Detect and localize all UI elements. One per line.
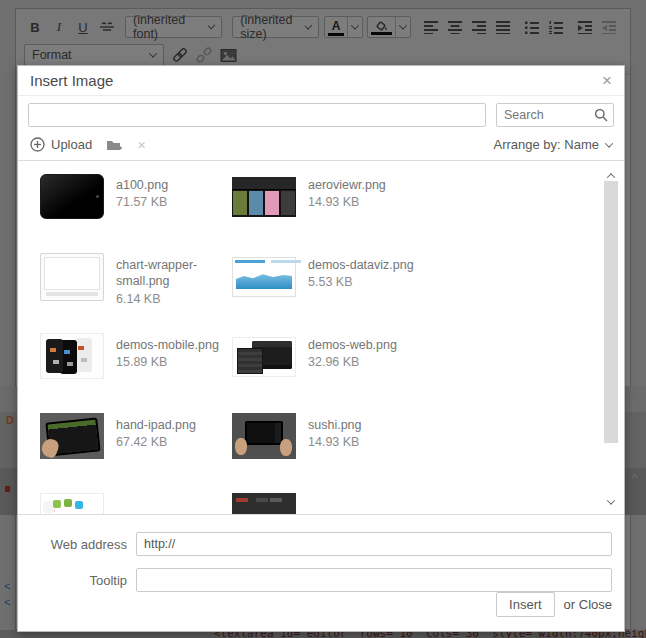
file-size: 6.14 KB — [116, 292, 224, 306]
file-meta: demos-mobile.png 15.89 KB — [116, 333, 219, 413]
insert-button[interactable]: Insert — [496, 592, 555, 617]
file-item[interactable]: demos-dataviz.png 5.53 KB — [232, 253, 424, 333]
file-item[interactable]: chart-wrapper-small.png 6.14 KB — [40, 253, 232, 333]
file-size: 67.42 KB — [116, 435, 196, 449]
file-size: 14.93 KB — [308, 195, 386, 209]
file-thumbnail — [40, 333, 104, 379]
dialog-title: Insert Image — [30, 72, 113, 89]
file-item[interactable]: demos-mobile.png 15.89 KB — [40, 333, 232, 413]
scroll-down-arrow[interactable] — [608, 493, 614, 508]
new-folder-icon — [106, 138, 123, 152]
file-size: 15.89 KB — [116, 355, 219, 369]
scrollbar-thumb[interactable] — [604, 181, 618, 443]
file-name: aeroviewr.png — [308, 177, 386, 193]
file-grid: a100.png 71.57 KB aeroviewr.png 14.93 KB… — [18, 161, 598, 514]
file-name: demos-dataviz.png — [308, 257, 414, 273]
file-name: a100.png — [116, 177, 168, 193]
tooltip-label: Tooltip — [30, 573, 136, 588]
file-thumbnail — [232, 177, 296, 217]
file-item[interactable]: demos-web.png 32.96 KB — [232, 333, 424, 413]
file-name-input[interactable] — [28, 103, 486, 127]
file-thumbnail — [232, 493, 296, 514]
chevron-down-icon — [605, 139, 613, 147]
search-icon — [594, 108, 608, 122]
file-thumbnail — [40, 174, 104, 219]
file-thumbnail — [232, 337, 296, 377]
file-thumbnail — [40, 253, 104, 301]
file-thumbnail — [40, 493, 104, 514]
file-name: demos-mobile.png — [116, 337, 219, 353]
web-address-label: Web address — [30, 537, 136, 552]
insert-image-dialog: Insert Image × Upload — [17, 65, 625, 632]
dialog-titlebar[interactable]: Insert Image × — [18, 66, 624, 96]
file-meta: a100.png 71.57 KB — [116, 173, 168, 253]
web-address-input[interactable] — [136, 532, 612, 556]
tooltip-input[interactable] — [136, 568, 612, 592]
upload-plus-icon — [30, 137, 45, 152]
file-name: chart-wrapper-small.png — [116, 257, 224, 290]
file-thumbnail — [232, 413, 296, 459]
file-item[interactable] — [232, 493, 424, 514]
upload-button[interactable]: Upload — [30, 137, 92, 152]
file-meta: aeroviewr.png 14.93 KB — [308, 173, 386, 253]
file-meta: demos-web.png 32.96 KB — [308, 333, 397, 413]
file-item[interactable]: a100.png 71.57 KB — [40, 173, 232, 253]
scroll-up-arrow[interactable] — [608, 167, 614, 182]
file-item[interactable]: aeroviewr.png 14.93 KB — [232, 173, 424, 253]
or-close-link[interactable]: or Close — [564, 597, 612, 612]
delete-file-button[interactable]: × — [137, 136, 146, 153]
close-icon[interactable]: × — [602, 72, 612, 89]
file-meta: chart-wrapper-small.png 6.14 KB — [116, 253, 224, 333]
filebrowser-toolbar: Upload × Arrange by: Name — [30, 136, 612, 153]
file-meta: demos-dataviz.png 5.53 KB — [308, 253, 414, 333]
file-item[interactable] — [40, 493, 232, 514]
file-meta: sushi.png 14.93 KB — [308, 413, 362, 493]
search-box — [496, 103, 614, 127]
arrange-by-dropdown[interactable]: Arrange by: Name — [494, 137, 613, 152]
arrange-by-label: Arrange by: Name — [494, 137, 600, 152]
upload-label: Upload — [51, 137, 92, 152]
file-item[interactable]: sushi.png 14.93 KB — [232, 413, 424, 493]
file-name: demos-web.png — [308, 337, 397, 353]
file-item[interactable]: hand-ipad.png 67.42 KB — [40, 413, 232, 493]
file-thumbnail — [40, 413, 104, 459]
list-scrollbar[interactable] — [603, 163, 620, 512]
file-size: 32.96 KB — [308, 355, 397, 369]
file-size: 71.57 KB — [116, 195, 168, 209]
file-thumbnail — [232, 257, 296, 297]
file-size: 5.53 KB — [308, 275, 414, 289]
file-name: sushi.png — [308, 417, 362, 433]
file-size: 14.93 KB — [308, 435, 362, 449]
page: B I U (inherited font) (inherited size) — [0, 0, 646, 638]
file-meta: hand-ipad.png 67.42 KB — [116, 413, 196, 493]
dialog-footer: Insert or Close — [496, 592, 612, 617]
file-name: hand-ipad.png — [116, 417, 196, 433]
new-folder-button[interactable] — [106, 138, 123, 152]
file-browser-list: a100.png 71.57 KB aeroviewr.png 14.93 KB… — [18, 160, 624, 515]
